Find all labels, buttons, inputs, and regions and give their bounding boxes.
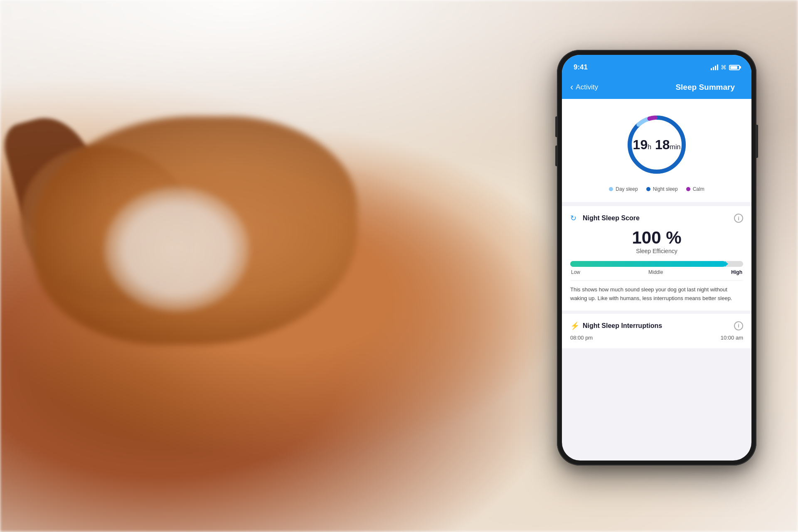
interruptions-start-time: 08:00 pm	[570, 335, 593, 341]
wifi-icon: ⌘	[721, 64, 727, 71]
hours-label: h	[648, 143, 651, 150]
sleep-score-icon: ↻	[570, 214, 579, 223]
interruptions-header: ⚡ Night Sleep Interruptions i	[570, 321, 743, 330]
chevron-left-icon: ‹	[570, 83, 573, 92]
score-header: ↻ Night Sleep Score i	[570, 214, 743, 223]
progress-indicator	[725, 261, 728, 267]
night-sleep-score-section: ↻ Night Sleep Score i 100 % Sleep Effici…	[562, 206, 751, 310]
interruptions-end-time: 10:00 am	[721, 335, 743, 341]
back-label: Activity	[576, 83, 598, 91]
calm-dot	[686, 187, 690, 191]
sleep-hours: 19	[633, 137, 648, 152]
interruptions-info-icon[interactable]: i	[734, 321, 743, 330]
dog-chest	[104, 187, 249, 312]
progress-middle-label: Middle	[648, 269, 663, 275]
score-title: Night Sleep Score	[583, 214, 640, 222]
score-subtitle: Sleep Efficiency	[570, 248, 743, 254]
score-progress-bar: Low Middle High	[570, 261, 743, 275]
circle-time-display: 19h 18min	[633, 137, 681, 153]
night-sleep-dot	[646, 187, 650, 191]
legend-item-night: Night sleep	[646, 186, 678, 192]
progress-fill	[570, 261, 726, 267]
progress-low-label: Low	[571, 269, 580, 275]
legend-item-day: Day sleep	[609, 186, 638, 192]
sleep-legend: Day sleep Night sleep Calm	[609, 186, 704, 192]
nav-bar: ‹ Activity Sleep Summary	[562, 76, 751, 99]
calm-label: Calm	[693, 186, 704, 192]
day-sleep-label: Day sleep	[616, 186, 638, 192]
score-title-row: ↻ Night Sleep Score	[570, 214, 640, 223]
phone-screen: 9:41 ⌘ ‹ Act	[562, 55, 751, 461]
sleep-minutes: 18	[655, 137, 670, 152]
day-sleep-dot	[609, 187, 613, 191]
back-button[interactable]: ‹ Activity	[570, 83, 598, 92]
sleep-circle-section: 19h 18min Day sleep Night sleep	[562, 99, 751, 202]
minutes-label: min	[670, 143, 681, 150]
status-bar: 9:41 ⌘	[562, 55, 751, 76]
legend-item-calm: Calm	[686, 186, 704, 192]
score-value: 100 %	[570, 228, 743, 248]
phone-frame: 9:41 ⌘ ‹ Act	[557, 50, 756, 466]
bolt-icon: ⚡	[570, 321, 579, 330]
status-time: 9:41	[574, 63, 588, 71]
status-icons: ⌘	[711, 64, 740, 71]
page-title: Sleep Summary	[675, 83, 735, 92]
screen-content: 19h 18min Day sleep Night sleep	[562, 99, 751, 348]
info-icon[interactable]: i	[734, 214, 743, 223]
signal-icon	[711, 64, 718, 70]
interruptions-section: ⚡ Night Sleep Interruptions i 08:00 pm 1…	[562, 314, 751, 348]
progress-labels: Low Middle High	[570, 269, 743, 275]
score-description: This shows how much sound sleep your dog…	[570, 280, 743, 303]
progress-track	[570, 261, 743, 267]
interruptions-title: Night Sleep Interruptions	[583, 322, 662, 330]
night-sleep-label: Night sleep	[653, 186, 678, 192]
phone-device: 9:41 ⌘ ‹ Act	[557, 50, 756, 466]
interruptions-times: 08:00 pm 10:00 am	[570, 335, 743, 341]
progress-high-label: High	[731, 269, 742, 275]
battery-icon	[729, 65, 740, 70]
sleep-circle: 19h 18min	[623, 111, 690, 178]
interruptions-title-row: ⚡ Night Sleep Interruptions	[570, 321, 662, 330]
